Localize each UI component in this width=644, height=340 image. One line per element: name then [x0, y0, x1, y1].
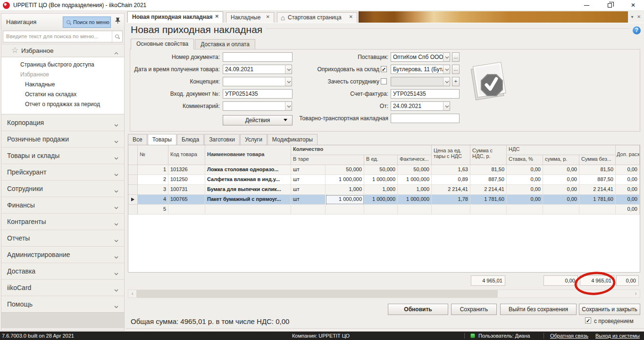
- cell-units[interactable]: 1,000: [364, 185, 398, 195]
- cell-vsum[interactable]: 0,00: [543, 175, 579, 185]
- document-tab-1[interactable]: Новая приходная накладная✕: [127, 11, 223, 23]
- cell-units[interactable]: 1 000,000: [364, 175, 398, 185]
- column-header-sumwithout[interactable]: Сумма без...: [579, 155, 616, 165]
- scroll-left-button[interactable]: ‹: [128, 290, 136, 298]
- restore-button[interactable]: [599, 0, 621, 11]
- scroll-right-button[interactable]: ›: [632, 290, 640, 298]
- cell-vsum[interactable]: 0,00: [543, 165, 579, 175]
- tab-close-icon[interactable]: ✕: [215, 14, 219, 19]
- cell-rate[interactable]: [507, 205, 543, 215]
- sidebar-section-9[interactable]: Администрирование: [1, 246, 124, 263]
- field-5[interactable]: 24.09.2021: [391, 101, 443, 111]
- sidebar-section-7[interactable]: Контрагенты: [1, 213, 124, 230]
- field-1[interactable]: [223, 52, 293, 62]
- cell-tare[interactable]: 1 000,000: [326, 195, 364, 205]
- button-3[interactable]: Выйти без сохранения: [500, 304, 577, 315]
- cell-unit[interactable]: шт: [291, 165, 326, 175]
- column-header-code[interactable]: Код товара: [168, 145, 205, 165]
- cell-vsum[interactable]: 0,00: [543, 185, 579, 195]
- sidebar-section-8[interactable]: Отчеты: [1, 230, 124, 246]
- row-indicator-header[interactable]: [128, 145, 138, 165]
- cell-unit[interactable]: [291, 205, 326, 215]
- sidebar-section-10[interactable]: Доставка: [1, 263, 124, 279]
- post-checkbox[interactable]: ✓: [585, 317, 591, 323]
- sidebar-section-6[interactable]: Финансы: [1, 197, 124, 213]
- cell-tare[interactable]: 50,000: [326, 165, 364, 175]
- field-5[interactable]: [223, 101, 285, 111]
- cell-name[interactable]: [205, 205, 291, 215]
- ellipsis-button[interactable]: ...: [452, 52, 460, 62]
- cell-vsum[interactable]: 0,00: [543, 195, 579, 205]
- cell-name[interactable]: Бумага для выпечки силик...: [205, 185, 291, 195]
- grid-tab-Услуги[interactable]: Услуги: [240, 134, 267, 145]
- form-tab-2[interactable]: Доставка и оплата: [195, 39, 255, 50]
- logout-link[interactable]: Выход из системы: [595, 333, 640, 339]
- button-2[interactable]: Сохранить: [451, 304, 497, 315]
- sidebar-section-3[interactable]: Товары и склады: [1, 147, 124, 164]
- grid-tab-Модификаторы[interactable]: Модификаторы: [268, 134, 318, 145]
- document-tab-3[interactable]: ⌂Стартовая страница✕: [277, 12, 357, 23]
- cell-code[interactable]: 100765: [168, 195, 205, 205]
- dropdown-arrow[interactable]: [443, 65, 450, 74]
- sidebar-section-favorites[interactable]: ☆ Избранное: [1, 44, 124, 57]
- cell-swo[interactable]: [579, 205, 616, 215]
- column-header-vatsum[interactable]: сумма, р.: [543, 155, 579, 165]
- sidebar-section-1[interactable]: Корпорация: [1, 114, 124, 131]
- cell-price[interactable]: 0,89: [432, 175, 470, 185]
- cell-tare[interactable]: [326, 205, 364, 215]
- cell-price[interactable]: 2 214,41: [432, 185, 470, 195]
- cell-n[interactable]: 2: [138, 175, 168, 185]
- cell-sum[interactable]: 2 214,41: [470, 185, 507, 195]
- tab-list-dropdown-icon[interactable]: ▾: [631, 14, 634, 19]
- cell-rate[interactable]: 0,00: [507, 165, 543, 175]
- cell-rate[interactable]: 0,00: [507, 175, 543, 185]
- cell-name[interactable]: Салфетка влажная в инд.у...: [205, 175, 291, 185]
- grid-tab-Товары[interactable]: Товары: [148, 134, 176, 145]
- field-3[interactable]: [223, 77, 285, 86]
- table-row-3[interactable]: 3100731Бумага для выпечки силик...шт1,00…: [128, 185, 640, 195]
- column-header-extra[interactable]: Доп. расх...: [616, 145, 640, 165]
- tab-close-icon[interactable]: ✕: [266, 14, 270, 19]
- field-2[interactable]: 24.09.2021: [223, 65, 285, 74]
- cell-tare[interactable]: 1 000,000: [326, 175, 364, 185]
- button-1[interactable]: Обновить: [388, 304, 448, 315]
- grid-tab-Все[interactable]: Все: [128, 134, 147, 145]
- cell-sum[interactable]: [470, 205, 507, 215]
- cell-code[interactable]: 101326: [168, 165, 205, 175]
- cell-n[interactable]: 3: [138, 185, 168, 195]
- document-tab-2[interactable]: Накладные✕: [226, 12, 274, 23]
- cell-swo[interactable]: 2 214,41: [579, 185, 616, 195]
- field-4[interactable]: УТР0251435: [223, 89, 293, 99]
- column-header-actual[interactable]: Фактическ...: [398, 155, 432, 165]
- cell-units[interactable]: [364, 205, 398, 215]
- table-row-5[interactable]: 50,00: [128, 205, 640, 215]
- scrollbar-thumb[interactable]: [136, 290, 498, 298]
- table-row-2[interactable]: 2101250Салфетка влажная в инд.у...шт1 00…: [128, 175, 640, 185]
- sidebar-section-5[interactable]: Сотрудники: [1, 180, 124, 197]
- pin-icon[interactable]: [115, 17, 120, 25]
- cell-actual[interactable]: [398, 205, 432, 215]
- cell-vsum[interactable]: [543, 205, 579, 215]
- grid-tab-Заготовки[interactable]: Заготовки: [204, 134, 240, 145]
- menu-search-input[interactable]: Введите текст для поиска по меню...: [3, 31, 123, 42]
- feedback-link[interactable]: Обратная связь: [550, 333, 588, 339]
- cell-code[interactable]: [168, 205, 205, 215]
- cell-price[interactable]: 1,63: [432, 165, 470, 175]
- column-header-units[interactable]: В ед.: [364, 155, 398, 165]
- grid-tab-Блюда[interactable]: Блюда: [177, 134, 204, 145]
- cell-swo[interactable]: 887,50: [579, 175, 616, 185]
- field-checkbox[interactable]: ✓: [381, 66, 387, 72]
- cell-name[interactable]: Пакет бумажный с прямоуг...: [205, 195, 291, 205]
- cell-n[interactable]: 4: [138, 195, 168, 205]
- sidebar-section-4[interactable]: Прейскурант: [1, 164, 124, 180]
- favorites-item[interactable]: Накладные: [25, 81, 55, 91]
- sidebar-section-2[interactable]: Розничные продажи: [1, 131, 124, 147]
- favorites-item[interactable]: Страница быстрого доступа: [20, 61, 94, 71]
- button-4[interactable]: Сохранить и закрыть: [579, 304, 640, 315]
- favorites-item[interactable]: Остатки на складах: [25, 91, 76, 100]
- cell-code[interactable]: 100731: [168, 185, 205, 195]
- column-header-rate[interactable]: Ставка, %: [507, 155, 543, 165]
- field-1[interactable]: ОптиКом Спб ООО: [391, 52, 443, 62]
- minimize-button[interactable]: [576, 0, 597, 11]
- dropdown-arrow[interactable]: [443, 52, 450, 62]
